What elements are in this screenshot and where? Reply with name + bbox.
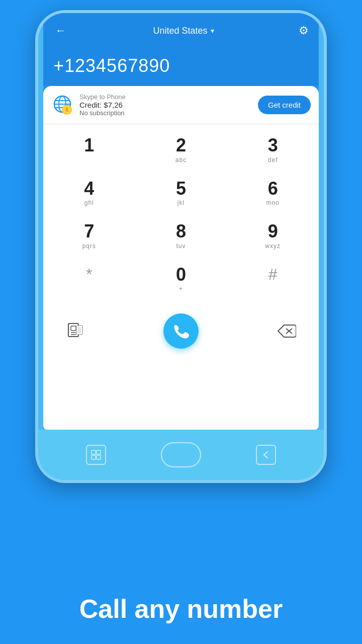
dial-key-4[interactable]: 4 ghi — [43, 172, 135, 215]
dial-number-1: 1 — [84, 135, 94, 155]
dial-number-4: 4 — [84, 179, 94, 199]
dial-key-hash[interactable]: # — [227, 258, 319, 301]
phone-frame: ← United States ▾ ⚙ +1234567890 — [35, 10, 327, 483]
dial-number-9: 9 — [268, 221, 278, 242]
dial-key-8[interactable]: 8 tuv — [135, 214, 227, 258]
back-button[interactable]: ← — [53, 22, 68, 39]
dial-letters-2: abc — [175, 156, 187, 165]
dial-number-8: 8 — [176, 221, 186, 242]
credit-label: Skype to Phone — [79, 93, 126, 101]
dial-key-0[interactable]: 0 + — [135, 258, 227, 301]
svg-rect-21 — [97, 455, 101, 459]
credit-amount: Credit: $7,26 — [79, 101, 126, 109]
credit-bar: $ Skype to Phone Credit: $7,26 No subscr… — [43, 86, 319, 124]
dial-letters-6: mno — [266, 199, 279, 207]
promo-text: Call any number — [0, 594, 362, 624]
dial-number-3: 3 — [268, 135, 278, 155]
dial-letters-0: + — [179, 285, 183, 293]
dial-key-6[interactable]: 6 mno — [227, 172, 319, 215]
credit-text: Skype to Phone Credit: $7,26 No subscrip… — [79, 93, 126, 117]
dial-key-9[interactable]: 9 wxyz — [227, 214, 319, 258]
svg-rect-20 — [92, 455, 96, 459]
dial-letters-9: wxyz — [265, 243, 281, 251]
bottom-actions — [43, 306, 319, 356]
dial-key-5[interactable]: 5 jkl — [135, 172, 227, 215]
backspace-button[interactable] — [275, 319, 299, 343]
chevron-down-icon: ▾ — [211, 27, 214, 35]
dial-number-5: 5 — [176, 179, 186, 199]
nav-recent-apps[interactable] — [86, 445, 106, 465]
dial-letters-8: tuv — [176, 243, 186, 251]
dialpad-grid: 1 2 abc 3 def 4 ghi 5 jkl — [43, 124, 319, 304]
phone-screen: ← United States ▾ ⚙ +1234567890 — [43, 13, 319, 430]
dial-key-3[interactable]: 3 def — [227, 128, 319, 172]
dialpad-container: $ Skype to Phone Credit: $7,26 No subscr… — [43, 86, 319, 430]
dial-key-star[interactable]: * — [43, 258, 135, 301]
dial-key-7[interactable]: 7 pqrs — [43, 214, 135, 258]
country-selector[interactable]: United States ▾ — [153, 26, 214, 36]
get-credit-button[interactable]: Get credit — [258, 96, 311, 114]
phone-bottom-bar — [38, 430, 324, 480]
dial-number-star: * — [86, 266, 92, 283]
phone-number: +1234567890 — [53, 55, 309, 76]
svg-rect-19 — [97, 450, 101, 454]
dial-key-1[interactable]: 1 — [43, 128, 135, 172]
dial-number-2: 2 — [176, 135, 186, 155]
country-label: United States — [153, 26, 207, 36]
dial-key-2[interactable]: 2 abc — [135, 128, 227, 172]
dial-letters-5: jkl — [177, 199, 185, 207]
number-display: +1234567890 — [43, 45, 319, 86]
dial-number-hash: # — [268, 266, 278, 283]
contacts-button[interactable] — [63, 319, 87, 343]
top-bar: ← United States ▾ ⚙ — [43, 13, 319, 45]
dial-letters-7: pqrs — [82, 243, 96, 251]
dial-number-0: 0 — [176, 265, 186, 285]
credit-info: $ Skype to Phone Credit: $7,26 No subscr… — [51, 93, 126, 117]
skype-credit-icon: $ — [51, 94, 73, 116]
credit-subscription: No subscription — [79, 109, 126, 117]
dial-number-7: 7 — [84, 221, 94, 242]
dial-number-6: 6 — [268, 179, 278, 199]
nav-home[interactable] — [161, 442, 201, 467]
svg-rect-18 — [92, 450, 96, 454]
call-button[interactable] — [163, 313, 199, 349]
svg-text:$: $ — [65, 107, 68, 113]
nav-back[interactable] — [256, 445, 276, 465]
settings-icon[interactable]: ⚙ — [299, 24, 309, 37]
svg-rect-9 — [71, 326, 76, 331]
dial-letters-4: ghi — [84, 199, 94, 207]
dial-letters-3: def — [268, 156, 278, 165]
